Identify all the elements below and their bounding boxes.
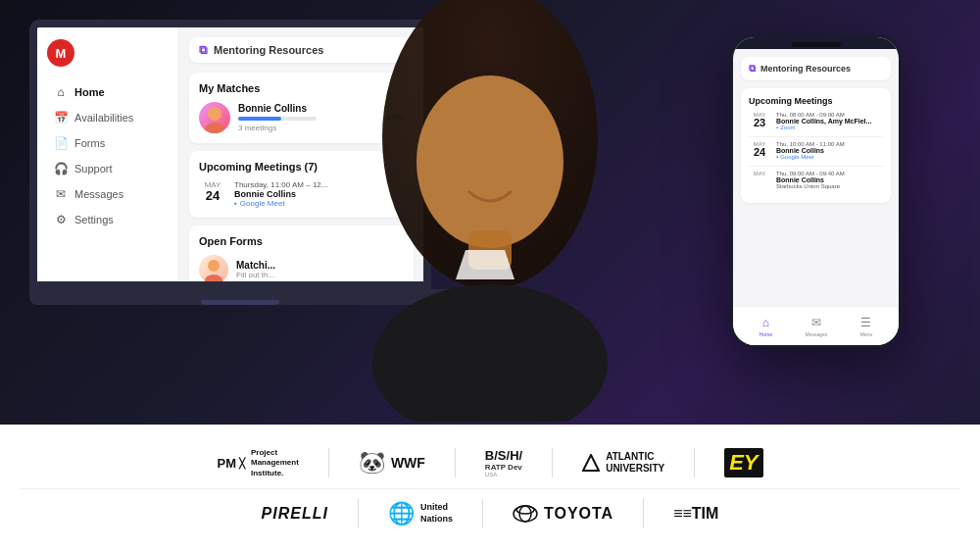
divider-2 — [749, 166, 883, 167]
brand-divider-4 — [694, 448, 695, 477]
brand-divider-1 — [328, 448, 329, 477]
phone-date-3: May — [749, 171, 770, 176]
calendar-icon: 📅 — [54, 111, 68, 125]
phone-home-icon: ⌂ — [762, 316, 769, 329]
svg-point-0 — [208, 107, 221, 121]
brand-toyota: TOYOTA — [513, 505, 613, 523]
atlantic-name: ATLANTICUNIVERSITY — [606, 451, 664, 475]
brand-divider-3 — [552, 448, 553, 477]
support-icon: 🎧 — [54, 162, 68, 176]
sidebar-nav: ⌂ Home 📅 Availabilities 📄 Forms 🎧 Suppor… — [47, 80, 169, 231]
brand-divider-5 — [358, 499, 359, 528]
messages-icon: ✉ — [54, 187, 68, 201]
svg-point-2 — [208, 260, 220, 272]
brand-divider-7 — [643, 499, 644, 528]
phone-meeting-person-1: Bonnie Collins, Amy McFiel... — [776, 118, 883, 125]
phone-meeting-person-2: Bonnie Collins — [776, 147, 883, 154]
sidebar-item-settings[interactable]: ⚙ Settings — [47, 208, 169, 231]
header-icon: ⧉ — [199, 43, 208, 57]
brand-divider-2 — [455, 448, 456, 477]
wwf-label: WWF — [391, 455, 425, 471]
brand-pmi: PM ╳ ProjectManagementInstitute. — [217, 448, 298, 478]
phone-meeting-3[interactable]: May Thu, 09:00 AM - 09:40 AM Bonnie Coll… — [749, 171, 883, 189]
phone-day-2: 24 — [749, 147, 770, 158]
settings-icon: ⚙ — [54, 213, 68, 226]
brands-bar: PM ╳ ProjectManagementInstitute. 🐼 WWF B… — [0, 425, 980, 552]
un-icon: 🌐 — [388, 501, 415, 527]
phone-date-2: May 24 — [749, 141, 770, 158]
sidebar-item-availabilities[interactable]: 📅 Availabilities — [47, 106, 169, 129]
un-name: UnitedNations — [420, 502, 453, 525]
phone-header: ⧉ Mentoring Resources — [741, 57, 891, 80]
phone-meetings-card: Upcoming Meetings May 23 Thu, 08:00 AM -… — [741, 88, 891, 203]
svg-point-3 — [205, 275, 222, 281]
phone-nav-messages[interactable]: ✉ Messages — [806, 316, 828, 337]
svg-marker-9 — [583, 455, 599, 471]
svg-point-12 — [516, 506, 534, 514]
brand-ey: EY — [724, 448, 762, 477]
svg-point-7 — [372, 284, 608, 422]
pmi-logo: PM ╳ — [217, 457, 245, 470]
phone-messages-icon: ✉ — [811, 316, 821, 329]
phone-mockup: ⧉ Mentoring Resources Upcoming Meetings … — [730, 34, 902, 348]
phone-screen: ⧉ Mentoring Resources Upcoming Meetings … — [733, 37, 899, 345]
sidebar-item-home[interactable]: ⌂ Home — [47, 80, 169, 104]
phone-meeting-link-2[interactable]: ▪ Google Meet — [776, 154, 883, 160]
brand-un: 🌐 UnitedNations — [388, 501, 453, 527]
phone-meeting-link-1[interactable]: ▪ Zoom — [776, 125, 883, 130]
meeting-day: 24 — [199, 189, 226, 202]
toyota-name: TOYOTA — [544, 505, 613, 523]
sidebar: M ⌂ Home 📅 Availabilities 📄 Forms — [37, 27, 179, 281]
phone-header-title: Mentoring Resources — [760, 64, 851, 74]
brands-row-divider — [20, 488, 960, 489]
google-meet-icon: ▪ — [234, 199, 237, 208]
home-icon: ⌂ — [54, 85, 68, 99]
brands-row-1: PM ╳ ProjectManagementInstitute. 🐼 WWF B… — [0, 440, 980, 486]
svg-point-5 — [416, 75, 564, 248]
phone-meeting-link-3[interactable]: Starbucks Union Square — [776, 183, 883, 189]
bsh-logo: B/S/H/ RATP Dev USA — [485, 448, 522, 477]
svg-marker-8 — [456, 250, 514, 279]
wwf-icon: 🐼 — [359, 450, 385, 476]
phone-content: ⧉ Mentoring Resources Upcoming Meetings … — [733, 49, 899, 306]
phone-month-3: May — [749, 171, 770, 176]
brand-divider-6 — [482, 499, 483, 528]
tim-logo: ≡≡TIM — [673, 505, 718, 523]
sidebar-item-forms[interactable]: 📄 Forms — [47, 131, 169, 155]
phone-date-1: May 23 — [749, 112, 770, 128]
phone-meeting-2[interactable]: May 24 Thu, 10:00 AM - 11:00 AM Bonnie C… — [749, 141, 883, 160]
phone-bottom-nav: ⌂ Home ✉ Messages ☰ Menu — [733, 306, 899, 345]
sidebar-item-support[interactable]: 🎧 Support — [47, 157, 169, 180]
main-container: M ⌂ Home 📅 Availabilities 📄 Forms — [0, 0, 980, 552]
meeting-date: May 24 — [199, 180, 226, 202]
phone-header-icon: ⧉ — [749, 63, 756, 75]
atlantic-icon — [582, 454, 600, 472]
svg-point-1 — [205, 123, 224, 133]
phone-meetings-title: Upcoming Meetings — [749, 96, 883, 106]
phone-meeting-details-1: Thu, 08:00 AM - 09:00 AM Bonnie Collins,… — [776, 112, 883, 130]
match-progress-fill — [238, 117, 281, 121]
brand-atlantic: ATLANTICUNIVERSITY — [582, 451, 664, 475]
match-avatar — [199, 102, 230, 133]
sidebar-item-messages[interactable]: ✉ Messages — [47, 182, 169, 206]
brand-pirelli: PIRELLI — [262, 505, 328, 523]
pmi-name: ProjectManagementInstitute. — [251, 448, 299, 478]
brand-bsh: B/S/H/ RATP Dev USA — [485, 448, 522, 477]
zoom-icon: ▪ — [776, 125, 778, 130]
phone-meeting-details-2: Thu, 10:00 AM - 11:00 AM Bonnie Collins … — [776, 141, 883, 160]
forms-icon: 📄 — [54, 136, 68, 150]
divider — [749, 136, 883, 137]
phone-nav-menu[interactable]: ☰ Menu — [860, 316, 873, 337]
phone-day-1: 23 — [749, 118, 770, 128]
app-logo: M — [47, 39, 74, 67]
phone-meeting-details-3: Thu, 09:00 AM - 09:40 AM Bonnie Collins … — [776, 171, 883, 189]
phone-meeting-1[interactable]: May 23 Thu, 08:00 AM - 09:00 AM Bonnie C… — [749, 112, 883, 130]
brand-tim: ≡≡TIM — [673, 505, 718, 523]
pirelli-logo: PIRELLI — [262, 505, 328, 523]
phone-nav-home[interactable]: ⌂ Home — [760, 316, 772, 337]
brands-row-2: PIRELLI 🌐 UnitedNations TOYOTA ≡ — [0, 491, 980, 536]
phone-menu-icon: ☰ — [860, 316, 871, 329]
brand-wwf: 🐼 WWF — [359, 450, 425, 476]
form-avatar — [199, 255, 228, 281]
phone-meeting-person-3: Bonnie Collins — [776, 176, 883, 183]
